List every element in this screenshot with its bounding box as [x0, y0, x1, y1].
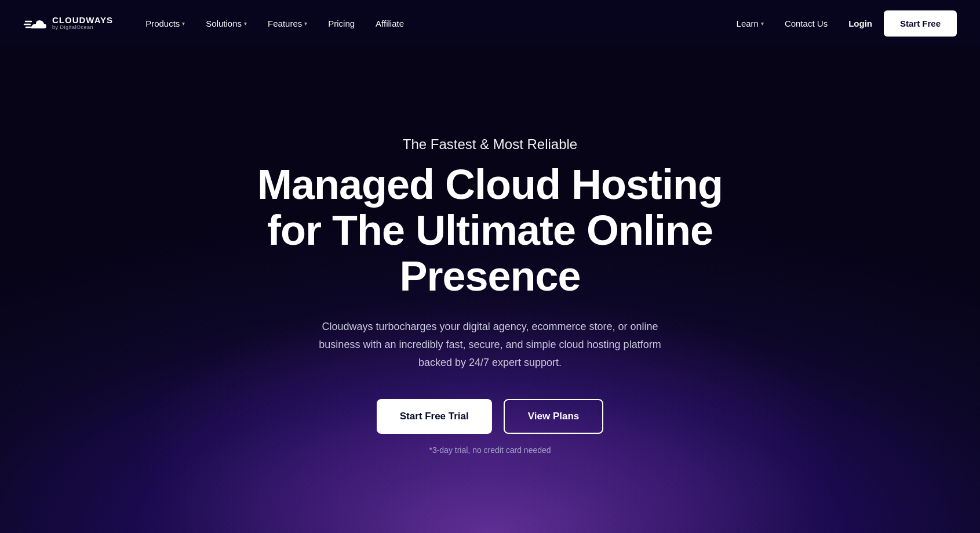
- hero-description: Cloudways turbocharges your digital agen…: [305, 318, 676, 371]
- hero-title: Managed Cloud Hosting for The Ultimate O…: [229, 162, 751, 300]
- chevron-down-icon: ▾: [244, 20, 247, 27]
- view-plans-button[interactable]: View Plans: [504, 399, 604, 434]
- nav-right: Learn ▾ Contact Us Login Start Free: [727, 10, 957, 37]
- login-link[interactable]: Login: [839, 14, 881, 33]
- nav-learn[interactable]: Learn ▾: [727, 14, 773, 33]
- hero-section: The Fastest & Most Reliable Managed Clou…: [0, 46, 980, 533]
- nav-contact[interactable]: Contact Us: [775, 14, 837, 33]
- logo-icon: [23, 11, 48, 35]
- nav-left: Products ▾ Solutions ▾ Features ▾ Pricin…: [136, 14, 727, 33]
- logo-text: CLOUDWAYS by DigitalOcean: [52, 16, 113, 31]
- start-free-button[interactable]: Start Free: [884, 10, 957, 37]
- logo[interactable]: CLOUDWAYS by DigitalOcean: [23, 11, 113, 35]
- nav-features[interactable]: Features ▾: [258, 14, 316, 33]
- nav-affiliate[interactable]: Affiliate: [366, 14, 413, 33]
- trial-note: *3-day trial, no credit card needed: [429, 445, 551, 455]
- chevron-down-icon: ▾: [182, 20, 185, 27]
- hero-subtitle: The Fastest & Most Reliable: [403, 136, 577, 153]
- nav-solutions[interactable]: Solutions ▾: [196, 14, 256, 33]
- nav-products[interactable]: Products ▾: [136, 14, 194, 33]
- hero-cta-group: Start Free Trial View Plans: [377, 399, 604, 434]
- navbar: CLOUDWAYS by DigitalOcean Products ▾ Sol…: [0, 0, 980, 46]
- start-free-trial-button[interactable]: Start Free Trial: [377, 399, 492, 434]
- chevron-down-icon: ▾: [761, 20, 764, 27]
- nav-pricing[interactable]: Pricing: [319, 14, 364, 33]
- chevron-down-icon: ▾: [304, 20, 307, 27]
